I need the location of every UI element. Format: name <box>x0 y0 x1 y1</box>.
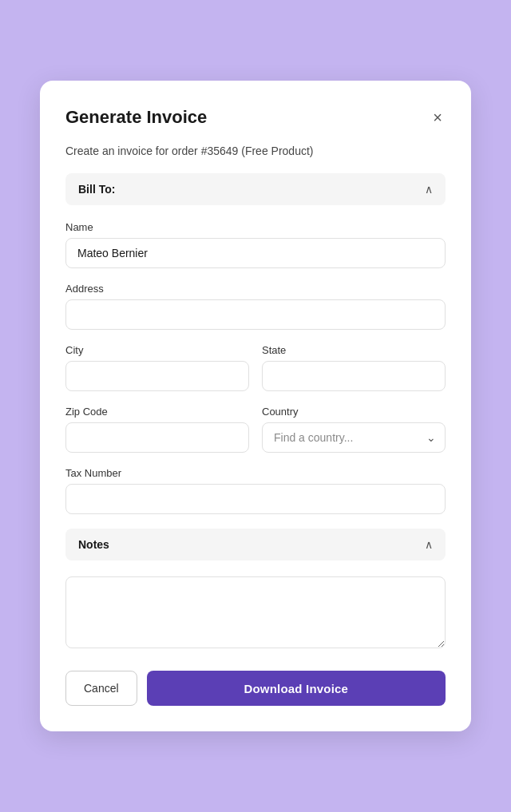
notes-chevron-icon: ∧ <box>425 538 433 551</box>
modal-footer: Cancel Download Invoice <box>65 671 446 706</box>
bill-to-label: Bill To: <box>78 183 115 196</box>
notes-section-header[interactable]: Notes ∧ <box>65 529 446 560</box>
zip-field-group: Zip Code <box>65 406 249 453</box>
city-state-row: City State <box>65 344 446 391</box>
download-invoice-button[interactable]: Download Invoice <box>147 671 446 706</box>
state-field-group: State <box>262 344 446 391</box>
country-field-group: Country Find a country... United States … <box>262 406 446 453</box>
country-label: Country <box>262 406 446 418</box>
address-field-group: Address <box>65 283 446 330</box>
city-input[interactable] <box>65 361 249 391</box>
zip-country-row: Zip Code Country Find a country... Unite… <box>65 406 446 453</box>
tax-number-label: Tax Number <box>65 467 446 479</box>
country-select[interactable]: Find a country... United States United K… <box>262 422 446 453</box>
modal-header: Generate Invoice × <box>65 106 446 129</box>
notes-textarea[interactable] <box>65 576 446 648</box>
address-input[interactable] <box>65 299 446 330</box>
cancel-button[interactable]: Cancel <box>65 671 137 706</box>
modal-title: Generate Invoice <box>65 107 207 128</box>
state-input[interactable] <box>262 361 446 391</box>
city-field-group: City <box>65 344 249 391</box>
bill-to-chevron-icon: ∧ <box>425 183 433 196</box>
bill-to-section-header[interactable]: Bill To: ∧ <box>65 173 446 205</box>
address-label: Address <box>65 283 446 295</box>
country-select-wrapper: Find a country... United States United K… <box>262 422 446 453</box>
close-button[interactable]: × <box>430 106 446 129</box>
tax-number-field-group: Tax Number <box>65 467 446 514</box>
modal-overlay: Generate Invoice × Create an invoice for… <box>0 0 511 812</box>
zip-code-label: Zip Code <box>65 406 249 418</box>
name-label: Name <box>65 221 446 233</box>
notes-label: Notes <box>78 538 109 551</box>
name-input[interactable] <box>65 238 446 268</box>
city-label: City <box>65 344 249 356</box>
modal-subtitle: Create an invoice for order #35649 (Free… <box>65 145 446 157</box>
state-label: State <box>262 344 446 356</box>
notes-field-group <box>65 576 446 652</box>
tax-number-input[interactable] <box>65 484 446 514</box>
name-field-group: Name <box>65 221 446 268</box>
zip-code-input[interactable] <box>65 422 249 453</box>
modal-dialog: Generate Invoice × Create an invoice for… <box>40 81 471 731</box>
